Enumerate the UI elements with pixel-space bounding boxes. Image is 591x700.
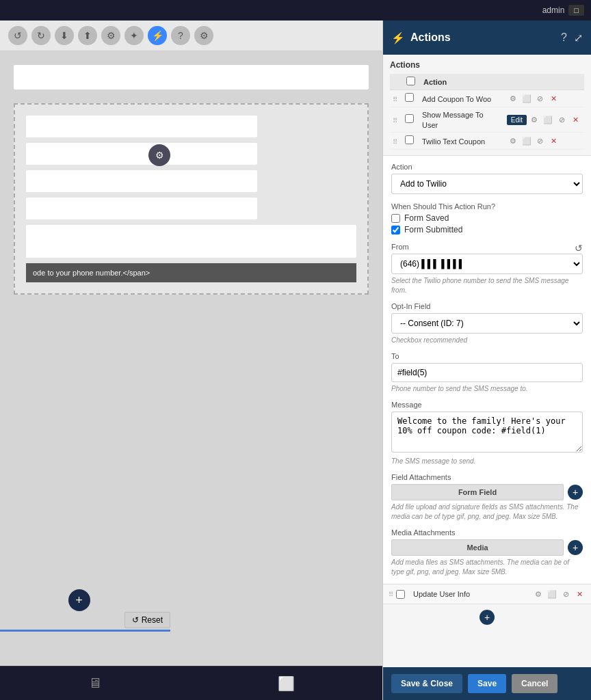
col-check bbox=[402, 74, 419, 90]
config-icon[interactable]: ⚙ bbox=[194, 26, 213, 45]
bottom-disable-icon[interactable]: ⊘ bbox=[560, 588, 572, 600]
redo-icon[interactable]: ↻ bbox=[31, 26, 51, 45]
delete-icon-0[interactable]: ✕ bbox=[548, 92, 560, 105]
settings-icon-2[interactable]: ⚙ bbox=[507, 135, 519, 147]
actions-section-title: Actions bbox=[390, 60, 584, 70]
media-help-text: Add media files as SMS attachments. The … bbox=[391, 558, 583, 577]
from-select[interactable]: (646) ▌▌▌ ▌▌▌▌ bbox=[391, 254, 583, 274]
table-row: ⠿ Show Message To User Edit ⚙ ⬜ ⊘ ✕ bbox=[390, 107, 584, 133]
panel-help-icon[interactable]: ? bbox=[561, 31, 567, 44]
extras-icon[interactable]: ✦ bbox=[124, 26, 144, 45]
bottom-delete-icon[interactable]: ✕ bbox=[573, 588, 586, 600]
panel-footer: Save & Close Save Cancel bbox=[383, 667, 591, 700]
select-all-checkbox[interactable] bbox=[406, 77, 415, 85]
add-new-action-btn[interactable]: + bbox=[480, 610, 495, 625]
bottom-copy-icon[interactable]: ⬜ bbox=[546, 588, 558, 600]
disable-icon-2[interactable]: ⊘ bbox=[534, 135, 547, 147]
help-toolbar-icon[interactable]: ? bbox=[171, 26, 190, 45]
action-select[interactable]: Add to Twilio Send Email Show Message To… bbox=[391, 174, 583, 194]
drag-handle-icon: ⠿ bbox=[393, 117, 397, 124]
copy-icon-0[interactable]: ⬜ bbox=[521, 92, 533, 105]
save-button[interactable]: Save bbox=[468, 674, 506, 693]
form-submitted-checkbox[interactable] bbox=[391, 226, 400, 234]
upload-icon[interactable]: ⬆ bbox=[78, 26, 97, 45]
form-submitted-label: Form Submitted bbox=[404, 225, 462, 234]
bottom-bar: 🖥 ⬜ bbox=[0, 666, 382, 700]
panel-header: ⚡ Actions ? ⤢ bbox=[383, 21, 591, 55]
form-field-btn[interactable]: Form Field bbox=[391, 484, 564, 500]
settings-icon-1[interactable]: ⚙ bbox=[528, 113, 540, 126]
desktop-icon[interactable]: 🖥 bbox=[88, 675, 102, 691]
actions-table: Action ⠿ Add Coupon To Woo ⚙ ⬜ ⊘ ✕ ⠿ Sho… bbox=[390, 74, 584, 150]
action-icons-1: Edit ⚙ ⬜ ⊘ ✕ bbox=[507, 113, 581, 126]
field-attachments-help: Add file upload and signature fields as … bbox=[391, 502, 583, 522]
reset-button[interactable]: ↺ Reset bbox=[124, 612, 170, 628]
admin-label: admin bbox=[542, 5, 565, 15]
media-attachments-label: Media Attachments bbox=[391, 528, 583, 537]
disable-icon-0[interactable]: ⊘ bbox=[534, 92, 547, 105]
message-help-text: The SMS message to send. bbox=[391, 457, 583, 466]
bottom-action-name: Update User Info bbox=[408, 590, 532, 598]
save-close-button[interactable]: Save & Close bbox=[391, 674, 462, 693]
panel-title: ⚡ Actions bbox=[391, 31, 451, 44]
copy-icon-1[interactable]: ⬜ bbox=[542, 113, 554, 126]
cancel-button[interactable]: Cancel bbox=[512, 674, 557, 693]
canvas-gear-icon[interactable]: ⚙ bbox=[148, 144, 170, 166]
field-attachment-row: Form Field + bbox=[391, 484, 583, 500]
message-textarea[interactable]: Welcome to the family! Here's your 10% o… bbox=[391, 412, 583, 453]
optin-select[interactable]: -- Consent (ID: 7) bbox=[391, 313, 583, 334]
panel-body: Actions Action ⠿ Add Coupon To Woo bbox=[383, 55, 591, 667]
bottom-settings-icon[interactable]: ⚙ bbox=[532, 588, 544, 600]
from-label: From bbox=[391, 243, 409, 251]
edit-badge[interactable]: Edit bbox=[507, 115, 527, 125]
delete-icon-1[interactable]: ✕ bbox=[569, 113, 581, 126]
canvas-field-3 bbox=[26, 170, 257, 192]
undo-icon[interactable]: ↺ bbox=[8, 26, 27, 45]
disable-icon-1[interactable]: ⊘ bbox=[555, 113, 568, 126]
to-input[interactable] bbox=[391, 363, 583, 382]
table-row: ⠿ Twilio Text Coupon ⚙ ⬜ ⊘ ✕ bbox=[390, 133, 584, 150]
right-panel: ⚡ Actions ? ⤢ Actions Action bbox=[382, 21, 591, 700]
from-refresh-icon[interactable]: ↺ bbox=[575, 243, 583, 254]
action-checkbox-0[interactable] bbox=[405, 93, 414, 102]
settings-icon-0[interactable]: ⚙ bbox=[507, 92, 519, 105]
canvas-field-2 bbox=[26, 143, 257, 165]
form-saved-row: Form Saved bbox=[391, 213, 583, 223]
action-name-1: Show Message To User bbox=[422, 111, 484, 129]
add-media-btn[interactable]: + bbox=[568, 540, 583, 555]
from-help-text: Select the Twilio phone number to send t… bbox=[391, 276, 583, 295]
add-block-button[interactable]: + bbox=[68, 589, 90, 611]
bottom-action-icons: ⚙ ⬜ ⊘ ✕ bbox=[532, 588, 586, 600]
canvas-text-block: ode to your phone number.</span> bbox=[26, 263, 356, 282]
media-btn[interactable]: Media bbox=[391, 539, 564, 556]
action-icons-2: ⚙ ⬜ ⊘ ✕ bbox=[507, 135, 581, 147]
to-label: To bbox=[391, 352, 583, 360]
when-label: When Should This Action Run? bbox=[391, 202, 583, 211]
delete-icon-2[interactable]: ✕ bbox=[548, 135, 560, 147]
to-help-text: Phone number to send the SMS message to. bbox=[391, 384, 583, 394]
add-field-btn[interactable]: + bbox=[568, 485, 583, 500]
canvas-toolbar: ↺ ↻ ⬇ ⬆ ⚙ ✦ ⚡ ? ⚙ bbox=[0, 21, 382, 51]
drag-handle-icon: ⠿ bbox=[393, 138, 397, 146]
optin-help-text: Checkbox recommended bbox=[391, 336, 583, 345]
canvas-title-bar bbox=[14, 65, 369, 90]
action-checkbox-2[interactable] bbox=[405, 135, 414, 144]
action-name-2: Twilio Text Coupon bbox=[422, 137, 485, 146]
table-row: ⠿ Add Coupon To Woo ⚙ ⬜ ⊘ ✕ bbox=[390, 90, 584, 107]
canvas-area: ↺ ↻ ⬇ ⬆ ⚙ ✦ ⚡ ? ⚙ ⚙ ode to your phone nu… bbox=[0, 21, 382, 700]
form-saved-checkbox[interactable] bbox=[391, 214, 400, 223]
canvas-field-wide bbox=[26, 225, 356, 258]
lightning-toolbar-icon[interactable]: ⚡ bbox=[148, 26, 167, 45]
download-icon[interactable]: ⬇ bbox=[55, 26, 74, 45]
copy-icon-2[interactable]: ⬜ bbox=[521, 135, 533, 147]
top-bar: admin □ bbox=[0, 0, 591, 21]
settings-icon[interactable]: ⚙ bbox=[101, 26, 120, 45]
col-icons bbox=[504, 74, 584, 90]
canvas-field-1 bbox=[26, 116, 257, 137]
bottom-action-checkbox[interactable] bbox=[396, 590, 405, 599]
action-checkbox-1[interactable] bbox=[405, 114, 414, 123]
panel-expand-icon[interactable]: ⤢ bbox=[574, 31, 583, 44]
progress-bar bbox=[0, 630, 170, 632]
tablet-icon[interactable]: ⬜ bbox=[278, 675, 295, 692]
bottom-action-row: ⠿ Update User Info ⚙ ⬜ ⊘ ✕ bbox=[383, 584, 591, 604]
